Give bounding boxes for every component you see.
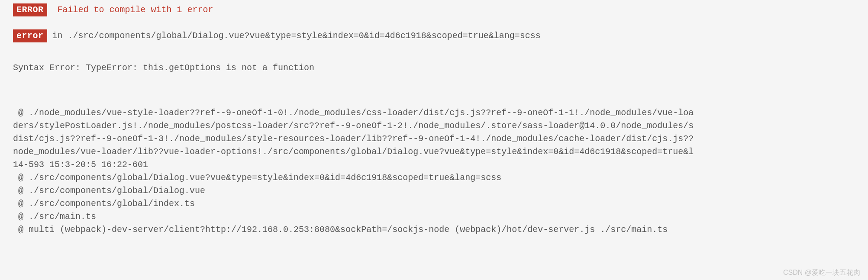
stack-trace-line: @ ./node_modules/vue-style-loader??ref--… bbox=[0, 106, 868, 119]
in-text: in bbox=[47, 31, 68, 41]
stack-trace-line: @ ./src/main.ts bbox=[0, 210, 868, 223]
stack-trace-line: @ ./src/components/global/Dialog.vue bbox=[0, 184, 868, 197]
stack-trace-line: ders/stylePostLoader.js!./node_modules/p… bbox=[0, 119, 868, 132]
error-file-path: ./src/components/global/Dialog.vue?vue&t… bbox=[68, 31, 541, 41]
stack-trace-line: 14-593 15:3-20:5 16:22-601 bbox=[0, 158, 868, 171]
error-badge-upper: ERROR bbox=[13, 3, 47, 16]
error-header-line: ERROR Failed to compile with 1 error bbox=[0, 3, 868, 16]
error-badge-lower: error bbox=[13, 29, 47, 42]
failed-compile-message: Failed to compile with 1 error bbox=[58, 5, 213, 15]
error-location-line: error in ./src/components/global/Dialog.… bbox=[0, 29, 868, 42]
stack-trace-line: dist/cjs.js??ref--9-oneOf-1-3!./node_mod… bbox=[0, 132, 868, 145]
stack-trace-line: node_modules/vue-loader/lib??vue-loader-… bbox=[0, 145, 868, 158]
stack-trace-line: @ ./src/components/global/index.ts bbox=[0, 197, 868, 210]
syntax-error-message: Syntax Error: TypeError: this.getOptions… bbox=[0, 61, 868, 74]
stack-trace-line: @ ./src/components/global/Dialog.vue?vue… bbox=[0, 171, 868, 184]
terminal-output: ERROR Failed to compile with 1 error err… bbox=[0, 0, 868, 236]
watermark-text: CSDN @爱吃一块五花肉 bbox=[783, 268, 860, 277]
stack-trace-line: @ multi (webpack)-dev-server/client?http… bbox=[0, 223, 868, 236]
